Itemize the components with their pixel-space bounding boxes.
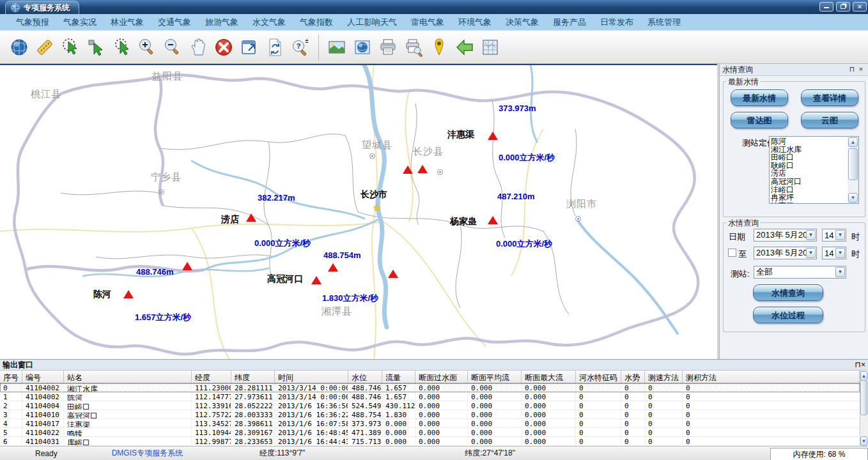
new-window-icon[interactable] bbox=[238, 36, 261, 59]
chevron-down-icon[interactable]: ▼ bbox=[835, 267, 845, 277]
table-row[interactable]: 241104004田峪口112.33916728.0522222013/1/6 … bbox=[0, 401, 860, 410]
station-list-item[interactable]: 田峪口 bbox=[771, 153, 846, 162]
hour-to-combobox[interactable]: 14 ▼ bbox=[822, 247, 846, 259]
column-header[interactable]: 时间 bbox=[275, 371, 348, 383]
locate-pin-icon[interactable] bbox=[428, 36, 451, 59]
station-marker-icon[interactable] bbox=[123, 290, 134, 298]
scroll-thumb[interactable] bbox=[860, 380, 867, 415]
column-header[interactable]: 流量 bbox=[382, 371, 415, 383]
chevron-down-icon[interactable]: ▼ bbox=[835, 230, 845, 240]
menu-item[interactable]: 日常发布 bbox=[593, 17, 640, 28]
station-list-item[interactable]: 陈河 bbox=[771, 137, 846, 146]
column-header[interactable]: 断面最大流 bbox=[522, 371, 576, 383]
print-preview-icon[interactable] bbox=[402, 36, 425, 59]
world-extent-icon[interactable] bbox=[8, 36, 31, 59]
back-arrow-icon[interactable] bbox=[453, 36, 476, 59]
date-from-combobox[interactable]: 2013年 5月20日 ▼ bbox=[754, 229, 817, 241]
stop-icon[interactable] bbox=[212, 36, 235, 59]
list-scrollbar[interactable]: ▲ ▼ bbox=[848, 137, 858, 203]
station-marker-icon[interactable] bbox=[246, 213, 256, 222]
column-header[interactable]: 断面过水面 bbox=[415, 371, 468, 383]
output-close-icon[interactable]: × bbox=[861, 360, 865, 369]
measure-icon[interactable] bbox=[33, 36, 56, 59]
column-header[interactable]: 河水特征码 bbox=[576, 371, 621, 383]
cloud-image-button[interactable]: 云图 bbox=[801, 112, 858, 128]
station-list-item[interactable]: 高冠河口 bbox=[771, 178, 846, 186]
restore-button[interactable] bbox=[836, 2, 850, 12]
table-row[interactable]: 441104017沣惠渠113.34527828.3986112013/1/6 … bbox=[0, 419, 860, 428]
station-list-item[interactable]: 沣惠渠 bbox=[771, 202, 846, 203]
minimize-button[interactable] bbox=[819, 2, 833, 12]
help-identify-icon[interactable]: ?± bbox=[289, 36, 312, 59]
station-marker-icon[interactable] bbox=[328, 263, 338, 272]
column-header[interactable]: 测速方法 bbox=[645, 371, 683, 383]
pin-icon[interactable]: ⊓ bbox=[848, 65, 856, 74]
zoom-in-icon[interactable] bbox=[136, 36, 159, 59]
chevron-down-icon[interactable]: ▼ bbox=[835, 248, 845, 258]
identify-arrow-icon[interactable] bbox=[84, 36, 107, 59]
zoom-out-icon[interactable] bbox=[161, 36, 184, 59]
menu-item[interactable]: 旅游气象 bbox=[198, 17, 245, 28]
view-details-button[interactable]: 查看详情 bbox=[801, 89, 858, 106]
scroll-up-icon[interactable]: ▲ bbox=[848, 137, 858, 147]
station-marker-icon[interactable] bbox=[488, 216, 498, 224]
station-listbox[interactable]: 陈河湘江水库田峪口耿峪口涝店高冠河口沣峪口冉家坪沣惠渠 ▲ ▼ bbox=[769, 136, 859, 204]
menu-item[interactable]: 人工影响天气 bbox=[340, 17, 404, 28]
column-header[interactable]: 断面平均流 bbox=[468, 371, 522, 383]
close-button[interactable]: ✕ bbox=[853, 2, 867, 12]
column-header[interactable]: 序号 bbox=[0, 371, 22, 383]
station-marker-icon[interactable] bbox=[488, 132, 498, 140]
print-icon[interactable] bbox=[376, 36, 399, 59]
chevron-down-icon[interactable]: ▼ bbox=[806, 248, 816, 258]
menu-item[interactable]: 系统管理 bbox=[640, 17, 688, 28]
menu-item[interactable]: 雷电气象 bbox=[404, 17, 451, 28]
table-scrollbar[interactable]: ▲ ▼ bbox=[860, 371, 868, 447]
scroll-down-icon[interactable]: ▼ bbox=[860, 436, 867, 446]
map-view-icon[interactable] bbox=[351, 36, 374, 59]
radar-image-button[interactable]: 雷达图 bbox=[731, 112, 788, 128]
map-view[interactable]: 益阳县桃江县望城县长沙县宁乡县浏阳市湘潭县沣惠渠长沙市涝店杨家蛊高冠河口陈河37… bbox=[0, 64, 717, 359]
hour-from-combobox[interactable]: 14 ▼ bbox=[822, 229, 846, 241]
column-header[interactable]: 测积方法 bbox=[683, 371, 860, 383]
table-row[interactable]: 541104022鸣犊113.10944428.3091672013/1/6 1… bbox=[0, 428, 860, 437]
to-date-checkbox[interactable] bbox=[728, 249, 736, 257]
scroll-down-icon[interactable]: ▼ bbox=[848, 193, 858, 203]
station-combobox[interactable]: 全部 ▼ bbox=[754, 266, 846, 279]
pan-hand-icon[interactable] bbox=[187, 36, 210, 59]
water-level-process-button[interactable]: 水位过程 bbox=[753, 307, 823, 323]
menu-item[interactable]: 服务产品 bbox=[546, 17, 593, 28]
station-marker-icon[interactable] bbox=[388, 270, 398, 278]
select-features-icon[interactable] bbox=[59, 36, 82, 59]
table-row[interactable]: 341104010高冠河口112.75722228.0033332013/1/6… bbox=[0, 410, 860, 419]
scroll-up-icon[interactable]: ▲ bbox=[860, 371, 867, 381]
panel-close-icon[interactable]: × bbox=[856, 65, 865, 74]
table-row[interactable]: 141104002陈河112.14777827.9736112013/3/14 … bbox=[0, 392, 860, 401]
chevron-down-icon[interactable]: ▼ bbox=[806, 230, 816, 240]
menu-item[interactable]: 交通气象 bbox=[151, 17, 198, 28]
station-marker-icon[interactable] bbox=[417, 165, 428, 173]
latest-water-button[interactable]: 最新水情 bbox=[731, 89, 788, 106]
menu-item[interactable]: 气象指数 bbox=[293, 17, 340, 28]
refresh-icon[interactable] bbox=[263, 36, 286, 59]
column-header[interactable]: 纬度 bbox=[231, 371, 275, 383]
station-list-item[interactable]: 冉家坪 bbox=[771, 194, 846, 202]
column-header[interactable]: 水势 bbox=[621, 371, 645, 383]
menu-item[interactable]: 气象实况 bbox=[56, 17, 104, 28]
column-header[interactable]: 水位 bbox=[348, 371, 382, 383]
column-header[interactable]: 编号 bbox=[22, 371, 64, 383]
water-query-button[interactable]: 水情查询 bbox=[753, 284, 823, 301]
pin-icon[interactable]: ⊓ bbox=[855, 360, 861, 369]
select-polygon-icon[interactable] bbox=[110, 36, 133, 59]
table-row[interactable]: 641104031库峪口112.99877828.2336532013/1/6 … bbox=[0, 437, 860, 446]
menu-item[interactable]: 林业气象 bbox=[104, 17, 151, 28]
menu-item[interactable]: 气象预报 bbox=[9, 17, 56, 28]
menu-item[interactable]: 决策气象 bbox=[499, 17, 546, 28]
station-marker-icon[interactable] bbox=[311, 276, 322, 284]
table-row[interactable]: 041104002湘江水库111.23000028.2811112013/3/1… bbox=[0, 383, 860, 392]
date-to-combobox[interactable]: 2013年 5月20日 ▼ bbox=[754, 247, 817, 259]
column-header[interactable]: 站名 bbox=[64, 371, 192, 383]
scroll-thumb[interactable] bbox=[848, 148, 858, 180]
station-marker-icon[interactable] bbox=[182, 262, 192, 270]
overview-map-icon[interactable] bbox=[479, 36, 502, 59]
column-header[interactable]: 经度 bbox=[192, 371, 231, 383]
